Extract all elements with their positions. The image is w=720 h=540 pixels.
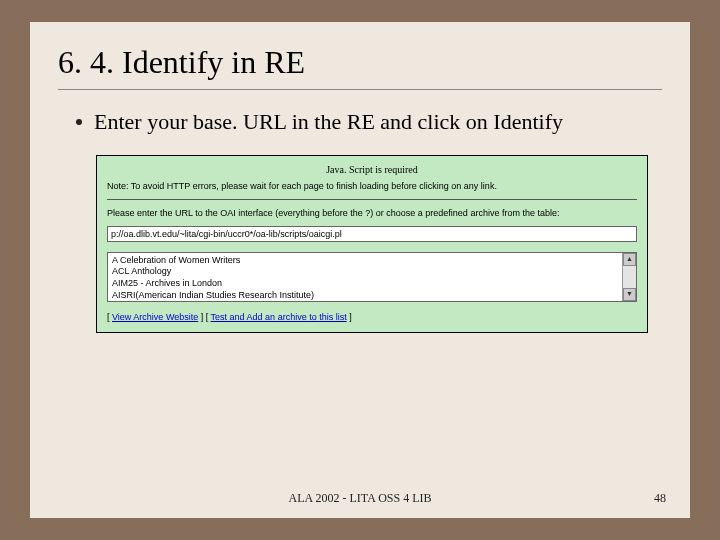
prompt-text: Please enter the URL to the OAI interfac… [107, 208, 637, 218]
list-item[interactable]: A Celebration of Women Writers [112, 255, 618, 267]
slide-title: 6. 4. Identify in RE [58, 44, 662, 81]
test-add-link[interactable]: Test and Add an archive to this list [211, 312, 347, 322]
scroll-down-icon[interactable]: ▼ [623, 288, 636, 301]
bullet-item: Enter your base. URL in the RE and click… [76, 108, 662, 137]
screenshot-embed: Java. Script is required Note: To avoid … [96, 155, 648, 333]
bullet-dot-icon [76, 119, 82, 125]
scroll-up-icon[interactable]: ▲ [623, 253, 636, 266]
embed-divider [107, 199, 637, 200]
view-archive-link[interactable]: View Archive Website [112, 312, 198, 322]
js-required-text: Java. Script is required [107, 164, 637, 175]
listbox-scrollbar[interactable]: ▲ ▼ [622, 253, 636, 301]
scroll-track[interactable] [623, 266, 636, 288]
title-divider [58, 89, 662, 90]
base-url-input[interactable] [107, 226, 637, 242]
page-number: 48 [654, 491, 666, 506]
archive-listbox-items: A Celebration of Women Writers ACL Antho… [108, 253, 622, 301]
footer-text: ALA 2002 - LITA OSS 4 LIB [30, 491, 690, 506]
list-item[interactable]: ACL Anthology [112, 266, 618, 278]
list-item[interactable]: AIM25 - Archives in London [112, 278, 618, 290]
archive-listbox[interactable]: A Celebration of Women Writers ACL Antho… [107, 252, 637, 302]
screenshot-embed-wrap: Java. Script is required Note: To avoid … [96, 155, 648, 333]
slide: 6. 4. Identify in RE Enter your base. UR… [30, 22, 690, 518]
bullet-text: Enter your base. URL in the RE and click… [94, 108, 563, 137]
note-text: Note: To avoid HTTP errors, please wait … [107, 181, 637, 191]
links-row: [ View Archive Website ] [ Test and Add … [107, 312, 637, 322]
list-item[interactable]: AISRI(American Indian Studies Research I… [112, 290, 618, 301]
